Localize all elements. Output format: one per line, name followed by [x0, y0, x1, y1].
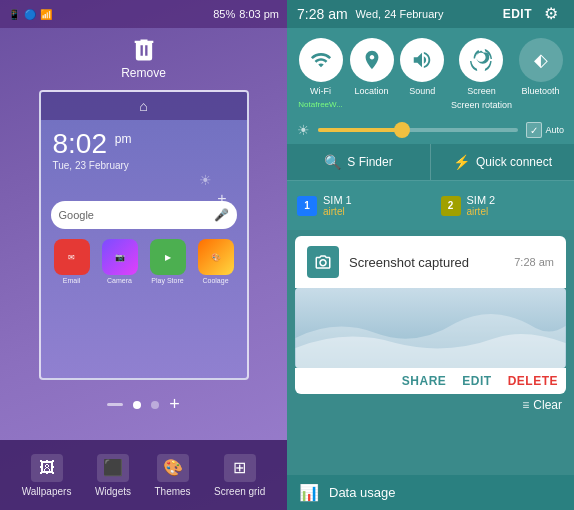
- location-label: Location: [354, 86, 388, 96]
- nav-wallpapers[interactable]: 🖼 Wallpapers: [22, 454, 72, 497]
- right-panel: 7:28 am Wed, 24 February EDIT ⚙ Wi-Fi No…: [287, 0, 574, 510]
- nav-screen-grid[interactable]: ⊞ Screen grid: [214, 454, 265, 497]
- right-status-bar: 7:28 am Wed, 24 February EDIT ⚙: [287, 0, 574, 28]
- search-icon: 🔍: [324, 154, 341, 170]
- rotation-icon: [459, 38, 503, 82]
- qs-location[interactable]: Location: [350, 38, 394, 110]
- home-icon: ⌂: [139, 98, 147, 114]
- app-email-label: Email: [63, 277, 81, 284]
- signal-icon: 📶: [40, 9, 52, 20]
- dot-2: [151, 401, 159, 409]
- notification-time: 7:28 am: [514, 256, 554, 268]
- app-camera-label: Camera: [107, 277, 132, 284]
- plus-icon: +: [217, 190, 226, 208]
- rotation-label: Screen: [467, 86, 496, 96]
- sim2-item[interactable]: 2 SIM 2 airtel: [431, 181, 575, 230]
- clear-row: ≡ Clear: [287, 394, 574, 416]
- widgets-icon: ⬛: [97, 454, 129, 482]
- google-search-bar[interactable]: Google 🎤: [51, 201, 237, 229]
- remove-container[interactable]: Remove: [121, 36, 166, 80]
- sim2-badge: 2: [441, 196, 461, 216]
- qs-sound[interactable]: Sound: [400, 38, 444, 110]
- wallpapers-label: Wallpapers: [22, 486, 72, 497]
- remove-label: Remove: [121, 66, 166, 80]
- location-icon: [350, 38, 394, 82]
- edit-button[interactable]: EDIT: [503, 7, 532, 21]
- themes-label: Themes: [154, 486, 190, 497]
- sim2-name: SIM 2: [467, 194, 496, 206]
- battery-label: 85%: [213, 8, 235, 20]
- wallpapers-icon: 🖼: [31, 454, 63, 482]
- sim1-item[interactable]: 1 SIM 1 airtel: [287, 181, 431, 230]
- qs-rotation[interactable]: Screen Screen rotation: [451, 38, 512, 110]
- preview-svg: [295, 288, 566, 368]
- bottom-nav: 🖼 Wallpapers ⬛ Widgets 🎨 Themes ⊞ Screen…: [0, 440, 287, 510]
- clear-button[interactable]: Clear: [533, 398, 562, 412]
- checkmark-icon: ✓: [530, 125, 538, 136]
- screenshot-preview: [295, 288, 566, 368]
- data-usage-label: Data usage: [329, 485, 396, 500]
- quick-connect-label: Quick connect: [476, 155, 552, 169]
- screenshot-icon: [307, 246, 339, 278]
- qs-bluetooth[interactable]: ⬖ Bluetooth: [519, 38, 563, 110]
- app-camera[interactable]: 📷: [102, 239, 138, 275]
- settings-gear-icon[interactable]: ⚙: [544, 4, 564, 24]
- bluetooth-icon: 🔵: [24, 9, 36, 20]
- add-page-button[interactable]: +: [169, 394, 180, 415]
- s-finder-button[interactable]: 🔍 S Finder: [287, 144, 431, 180]
- nav-widgets[interactable]: ⬛ Widgets: [95, 454, 131, 497]
- sim1-info: SIM 1 airtel: [323, 194, 352, 217]
- quick-connect-button[interactable]: ⚡ Quick connect: [431, 144, 574, 180]
- right-time: 7:28 am: [297, 6, 348, 22]
- quick-settings: Wi-Fi NotafreeW... Location Sound Screen…: [287, 28, 574, 116]
- sim2-carrier: airtel: [467, 206, 496, 217]
- phone-screen-top: ⌂: [41, 92, 247, 120]
- brightness-low-icon: ☀: [297, 122, 310, 138]
- notification-title: Screenshot captured: [349, 255, 504, 270]
- brightness-row: ☀ ✓ Auto: [287, 116, 574, 144]
- page-dots: +: [107, 394, 180, 415]
- phone-screen: ⌂ 8:02 pm Tue, 23 February ☀ + Google 🎤 …: [39, 90, 249, 380]
- notification-content: Screenshot captured: [349, 255, 504, 270]
- share-button[interactable]: SHARE: [402, 374, 447, 388]
- widgets-label: Widgets: [95, 486, 131, 497]
- sim1-carrier: airtel: [323, 206, 352, 217]
- bluetooth-label: Bluetooth: [522, 86, 560, 96]
- wifi-icon: [299, 38, 343, 82]
- screen-grid-label: Screen grid: [214, 486, 265, 497]
- qs-wifi[interactable]: Wi-Fi NotafreeW...: [298, 38, 342, 110]
- phone-date: Tue, 23 February: [41, 160, 247, 171]
- phone-clock: 8:02 pm: [41, 120, 247, 160]
- delete-notification-button[interactable]: DELETE: [508, 374, 558, 388]
- google-label: Google: [59, 209, 94, 221]
- bluetooth-qs-icon: ⬖: [519, 38, 563, 82]
- clear-icon: ≡: [522, 398, 529, 412]
- notification-actions: SHARE EDIT DELETE: [295, 368, 566, 394]
- data-usage-row[interactable]: 📊 Data usage: [287, 475, 574, 510]
- wifi-sublabel: NotafreeW...: [298, 100, 342, 109]
- wifi-label: Wi-Fi: [310, 86, 331, 96]
- app-play-label: Play Store: [151, 277, 183, 284]
- sim1-name: SIM 1: [323, 194, 352, 206]
- dot-home: [133, 401, 141, 409]
- app-email[interactable]: ✉: [54, 239, 90, 275]
- sim-row: 1 SIM 1 airtel 2 SIM 2 airtel: [287, 180, 574, 230]
- sound-label: Sound: [409, 86, 435, 96]
- app-coolage-label: Coolage: [202, 277, 228, 284]
- brightness-slider[interactable]: [318, 128, 518, 132]
- nav-themes[interactable]: 🎨 Themes: [154, 454, 190, 497]
- app-coolage[interactable]: 🎨: [198, 239, 234, 275]
- auto-brightness-checkbox[interactable]: ✓ Auto: [526, 122, 564, 138]
- right-date: Wed, 24 February: [356, 8, 444, 20]
- auto-label: Auto: [545, 125, 564, 135]
- checkbox-box: ✓: [526, 122, 542, 138]
- sun-icon: ☀: [199, 172, 212, 188]
- screenshot-notification: Screenshot captured 7:28 am: [295, 236, 566, 288]
- phone-time-suffix: pm: [115, 132, 132, 146]
- mic-icon: 🎤: [214, 208, 229, 222]
- dot-dash: [107, 403, 123, 406]
- app-play[interactable]: ▶: [150, 239, 186, 275]
- edit-notification-button[interactable]: EDIT: [462, 374, 491, 388]
- themes-icon: 🎨: [157, 454, 189, 482]
- phone-apps-row: ✉ Email 📷 Camera ▶ Play Store 🎨 Coolage: [41, 235, 247, 288]
